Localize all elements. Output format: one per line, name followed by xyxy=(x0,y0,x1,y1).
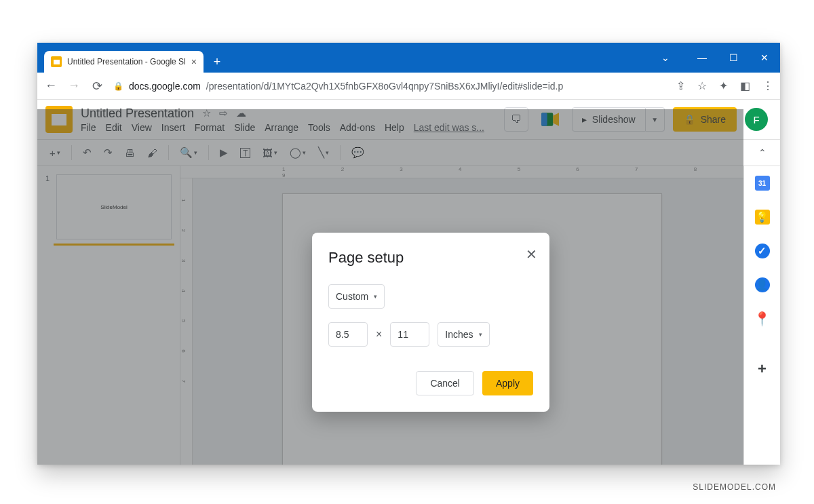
tab-title: Untitled Presentation - Google Sl xyxy=(67,57,186,66)
browser-menu-icon[interactable]: ⋮ xyxy=(762,79,773,92)
chevron-down-icon[interactable]: ⌄ xyxy=(650,43,681,73)
url-host: docs.google.com xyxy=(129,81,201,92)
calendar-icon[interactable]: 31 xyxy=(755,176,770,191)
chevron-down-icon: ▾ xyxy=(479,331,482,338)
new-tab-button[interactable]: + xyxy=(208,52,227,71)
bookmark-icon[interactable]: ☆ xyxy=(697,79,707,92)
tasks-icon[interactable]: ✓ xyxy=(755,244,770,258)
window-controls: ⌄ — ☐ ✕ xyxy=(650,43,780,73)
maps-icon[interactable]: 📍 xyxy=(755,311,770,326)
side-panel: 31 💡 ✓ 👤 📍 + xyxy=(743,166,780,465)
share-page-icon[interactable]: ⇪ xyxy=(676,79,685,92)
contacts-icon[interactable]: 👤 xyxy=(755,277,770,292)
titlebar: Untitled Presentation - Google Sl × + ⌄ … xyxy=(37,43,780,73)
times-icon: × xyxy=(376,328,382,341)
lock-icon: 🔒 xyxy=(113,81,123,91)
page-setup-dialog: Page setup ✕ Custom ▾ × Inches ▾ Cancel … xyxy=(312,233,549,412)
unit-select[interactable]: Inches ▾ xyxy=(438,322,489,347)
preset-select[interactable]: Custom ▾ xyxy=(328,284,385,309)
extensions-icon[interactable]: ✦ xyxy=(719,79,728,92)
close-window-button[interactable]: ✕ xyxy=(749,43,780,73)
add-addon-icon[interactable]: + xyxy=(755,362,770,376)
nav-back-icon[interactable]: ← xyxy=(44,79,58,93)
address-bar: ← → ⟳ 🔒 docs.google.com/presentation/d/1… xyxy=(37,73,780,100)
unit-value: Inches xyxy=(445,329,473,340)
keep-icon[interactable]: 💡 xyxy=(755,210,770,225)
url-field[interactable]: 🔒 docs.google.com/presentation/d/1MYtCa2… xyxy=(113,81,667,92)
nav-forward-icon[interactable]: → xyxy=(67,79,81,93)
tab-close-icon[interactable]: × xyxy=(191,56,197,67)
dialog-close-icon[interactable]: ✕ xyxy=(526,246,537,263)
width-input[interactable] xyxy=(328,322,368,347)
browser-tab[interactable]: Untitled Presentation - Google Sl × xyxy=(44,51,204,73)
cancel-button[interactable]: Cancel xyxy=(416,371,474,395)
account-avatar[interactable]: F xyxy=(745,108,768,131)
reload-icon[interactable]: ⟳ xyxy=(90,79,104,94)
maximize-button[interactable]: ☐ xyxy=(718,43,749,73)
minimize-button[interactable]: — xyxy=(686,43,718,73)
preset-value: Custom xyxy=(336,291,368,302)
dialog-title: Page setup xyxy=(328,249,533,267)
collapse-toolbar-icon[interactable]: ⌃ xyxy=(753,144,772,161)
browser-window: Untitled Presentation - Google Sl × + ⌄ … xyxy=(37,43,780,465)
sidepanel-icon[interactable]: ◧ xyxy=(740,79,750,92)
chevron-down-icon: ▾ xyxy=(374,293,377,300)
attribution-text: SLIDEMODEL.COM xyxy=(693,482,776,492)
apply-button[interactable]: Apply xyxy=(482,371,533,395)
height-input[interactable] xyxy=(390,322,429,347)
url-path: /presentation/d/1MYtCa2Qvh1X5fnbGFX8oGvl… xyxy=(206,81,563,92)
slides-favicon-icon xyxy=(51,56,62,67)
